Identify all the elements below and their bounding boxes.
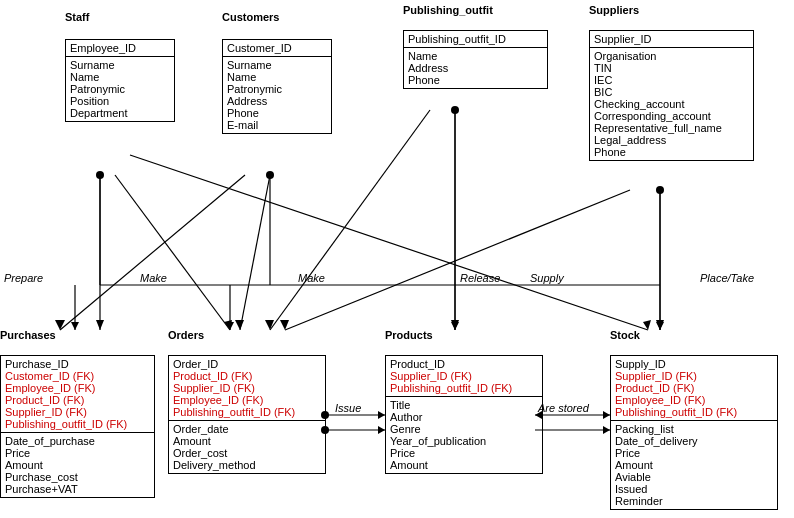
- svg-point-25: [451, 106, 459, 114]
- entity-customers: Customers Customer_ID Surname Name Patro…: [222, 25, 332, 134]
- rel-are-stored: Are stored: [538, 402, 589, 414]
- svg-point-24: [266, 171, 274, 179]
- rel-release: Release: [460, 272, 500, 284]
- entity-stock: Stock Supply_ID Supplier_ID (FK) Product…: [610, 343, 778, 510]
- entity-staff: Staff Employee_ID Surname Name Patronymi…: [65, 25, 175, 122]
- svg-line-6: [60, 175, 245, 330]
- svg-marker-44: [603, 411, 610, 419]
- svg-line-14: [285, 190, 630, 330]
- svg-point-26: [656, 186, 664, 194]
- rel-make-right: Make: [298, 272, 325, 284]
- svg-line-4: [240, 175, 270, 330]
- svg-line-10: [270, 110, 430, 330]
- rel-make-left: Make: [140, 272, 167, 284]
- rel-supply: Supply: [530, 272, 564, 284]
- entity-publishing: Publishing_outfit Publishing_outfit_ID N…: [403, 18, 548, 89]
- svg-marker-20: [603, 426, 610, 434]
- entity-purchases: Purchases Purchase_ID Customer_ID (FK) E…: [0, 343, 155, 498]
- entity-products: Products Product_ID Supplier_ID (FK) Pub…: [385, 343, 543, 474]
- diagram: Staff Employee_ID Surname Name Patronymi…: [0, 0, 794, 518]
- svg-line-2: [115, 175, 230, 330]
- svg-marker-42: [378, 411, 385, 419]
- rel-prepare: Prepare: [4, 272, 43, 284]
- entity-orders: Orders Order_ID Product_ID (FK) Supplier…: [168, 343, 326, 474]
- rel-place-take: Place/Take: [700, 272, 754, 284]
- svg-line-21: [130, 155, 648, 330]
- entity-suppliers: Suppliers Supplier_ID Organisation TIN I…: [589, 18, 754, 161]
- svg-marker-18: [378, 426, 385, 434]
- svg-point-23: [96, 171, 104, 179]
- rel-issue: Issue: [335, 402, 361, 414]
